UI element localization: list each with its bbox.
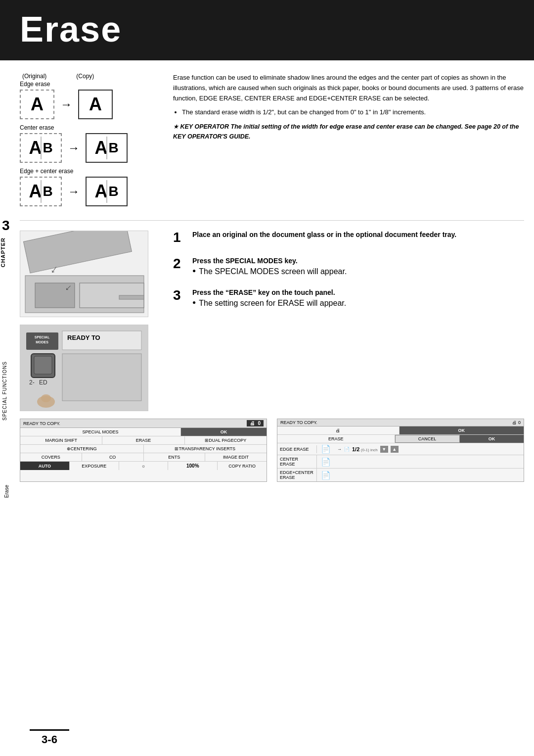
panel1-ents: ENTS [168, 455, 180, 460]
page-header: Erase [0, 0, 534, 60]
edge-arrow: → [60, 97, 72, 111]
svg-rect-6 [119, 295, 144, 299]
panel2-header: READY TO COPY. 🖨 0 [277, 419, 524, 426]
edgecenter-copy-b: B [108, 184, 118, 199]
copy-label: (Copy) [76, 73, 94, 80]
page-number: 3-6 [30, 729, 69, 746]
center-orig-box: A B [20, 133, 62, 163]
copier-svg: ↓ ↓ [20, 231, 148, 317]
center-copy-box: A B [86, 133, 128, 163]
edge-erase-arrow-icon: → [337, 447, 342, 452]
chapter-number: 3 [2, 218, 10, 234]
edge-erase-doc-icon: 📄 [344, 447, 350, 452]
panel1-row-3: COVERS CO ENTS IMAGE EDIT [20, 453, 267, 462]
center-erase-label: Center erase [20, 124, 158, 131]
panel1-row-2: ⊕ CENTERING ⊞ TRANSPARENCY INSERTS [20, 445, 267, 453]
main-description: Erase function can be used to eliminate … [173, 73, 524, 103]
panel1-ok-button[interactable]: OK [181, 428, 267, 436]
panel2-center-erase-row: CENTER ERASE 📄 [277, 455, 524, 469]
panel2-cancel-btn[interactable]: CANCEL [395, 435, 460, 443]
edgecenter-copy-a: A [94, 181, 107, 202]
panel2-ok-btn-2[interactable]: OK [460, 435, 524, 443]
step-3-bullet: ● The setting screen for ERASE will appe… [192, 299, 524, 308]
panel2-edge-erase-controls: → 📄 1/2 (0-1) inch ▼ ▲ [335, 445, 401, 454]
panel1-exposure-icon: ☼ [119, 462, 169, 470]
description-list: The standard erase width is 1/2", but ca… [182, 107, 524, 118]
panel1-transparency-label[interactable]: TRANSPARENCY INSERTS [178, 446, 235, 451]
center-line-orig [41, 137, 42, 159]
copier-illustration: ↓ ↓ [20, 231, 148, 317]
svg-text:READY TO: READY TO [67, 334, 100, 341]
steps-images: ↓ ↓ SPECIAL MODES READY TO [20, 231, 158, 411]
panel1-special-modes-label: SPECIAL MODES [82, 429, 118, 434]
step-2-title: Press the SPECIAL MODES key. [192, 257, 524, 265]
step-2-bullet-text: The SPECIAL MODES screen will appear. [199, 267, 347, 276]
svg-text:2-: 2- [29, 379, 35, 386]
panel-svg: SPECIAL MODES READY TO 2- ED [20, 325, 148, 411]
edge-orig-letter: A [31, 94, 44, 115]
step-1-number: 1 [173, 231, 185, 244]
step-2-number: 2 [173, 257, 185, 276]
panel1-margin-shift[interactable]: MARGIN SHIFT [20, 436, 102, 444]
step-1-content: Place an original on the document glass … [192, 231, 524, 244]
svg-text:MODES: MODES [36, 340, 48, 344]
panel1-image-edit-label: IMAGE EDIT [223, 455, 249, 460]
center-erase-diagram: A B → A B [20, 133, 158, 163]
centering-icon: ⊕ [67, 446, 71, 451]
edgecenter-orig-b: B [43, 184, 52, 199]
panel1-transparency-cell: ⊞ TRANSPARENCY INSERTS [144, 445, 267, 453]
erase-fraction-display: 1/2 (0-1) inch [352, 446, 378, 452]
bullet-symbol-2: ● [192, 267, 196, 276]
svg-text:ED: ED [39, 379, 47, 386]
panel2-edge-center-erase-row: EDGE+CENTER ERASE 📄 [277, 469, 524, 481]
edge-erase-diagram: A → A [20, 90, 158, 119]
special-functions-label: SPECIAL FUNCTIONS [2, 361, 7, 421]
edgecenter-line-copy [106, 180, 107, 203]
edge-center-label: Edge + center erase [20, 168, 158, 175]
step-2-bullet: ● The SPECIAL MODES screen will appear. [192, 267, 524, 276]
keyop-note: ★ KEY OPERATOR The initial setting of th… [173, 122, 524, 142]
panel1-ready-text: READY TO COPY. [23, 421, 60, 426]
step-3-number: 3 [173, 288, 185, 308]
edge-erase-label: Edge erase [20, 81, 158, 88]
dual-page-icon: ⊞ [205, 438, 209, 443]
chapter-label: CHAPTER [0, 237, 6, 267]
original-label: (Original) [22, 73, 46, 80]
panel1-covers-label: COVERS [42, 455, 60, 460]
panel1-row-special-modes: SPECIAL MODES OK [20, 428, 267, 436]
panel1-row-4: AUTO EXPOSURE ☼ 100% COPY RATIO [20, 462, 267, 470]
page-title: Erase [20, 9, 514, 49]
panel1-erase[interactable]: ERASE [102, 436, 184, 444]
edge-center-erase-diagram: A B → A B [20, 177, 158, 206]
panel2-center-erase-icon: 📄 [317, 456, 335, 468]
erase-down-btn[interactable]: ▼ [380, 446, 388, 453]
step-1: 1 Place an original on the document glas… [173, 231, 524, 244]
star-symbol: ★ [173, 123, 180, 130]
panel1-auto-btn[interactable]: AUTO [20, 462, 70, 470]
panel1-image-edit-cell[interactable]: IMAGE EDIT [205, 453, 267, 461]
panel2-edge-erase-label: EDGE ERASE [277, 445, 317, 453]
center-orig-b: B [43, 140, 52, 156]
special-modes-panel: READY TO COPY. 🖨 0 SPECIAL MODES OK MARG… [20, 419, 267, 482]
center-line-copy [106, 137, 107, 159]
panel1-centering-label[interactable]: CENTERING [71, 446, 97, 451]
panel1-covers-cell[interactable]: COVERS [20, 453, 82, 461]
panel1-copy-ratio-cell: COPY RATIO [218, 462, 267, 470]
panel2-edge-center-erase-label: EDGE+CENTER ERASE [277, 469, 317, 481]
erase-range: (0-1) inch [361, 448, 378, 452]
edgecenter-orig-a: A [29, 181, 42, 202]
erase-up-btn[interactable]: ▲ [391, 446, 399, 453]
panel1-zero: 0 [258, 421, 261, 426]
panel1-dual-page-label: DUAL PAGE [209, 438, 234, 443]
edgecenter-arrow: → [68, 185, 80, 198]
diagrams-section: (Original) (Copy) Edge erase A → A Cente… [20, 73, 158, 211]
description-section: Erase function can be used to eliminate … [173, 73, 524, 211]
erase-value: 1/2 [352, 446, 359, 452]
panel2-ok-btn[interactable]: OK [400, 426, 524, 434]
panel1-badge: 🖨 0 [247, 420, 264, 426]
steps-text: 1 Place an original on the document glas… [173, 231, 524, 411]
erase-settings-panel: READY TO COPY. 🖨 0 🖨 OK ERASE CANCEL OK … [277, 419, 524, 482]
edge-orig-box: A [20, 90, 54, 119]
svg-rect-1 [23, 231, 132, 273]
panel1-exposure-cell: EXPOSURE [70, 462, 119, 470]
